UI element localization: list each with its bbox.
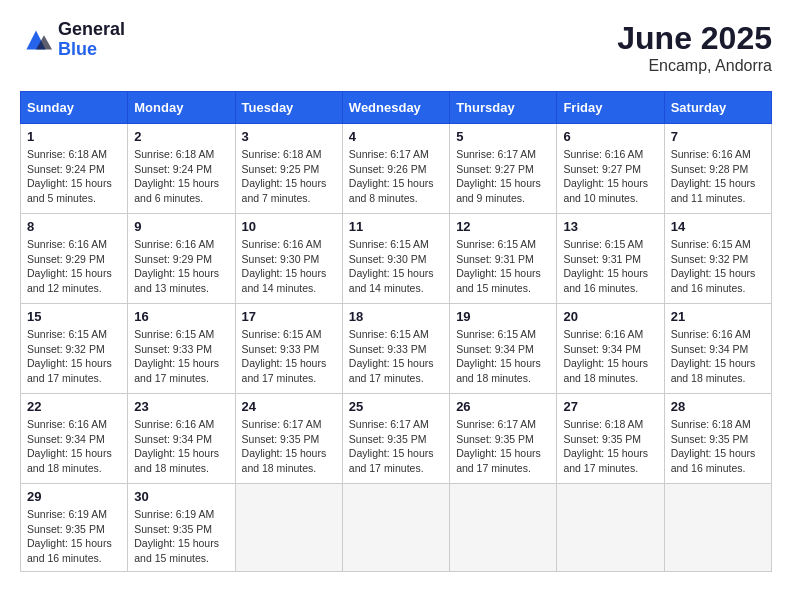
day-info: Sunrise: 6:19 AM Sunset: 9:35 PM Dayligh… <box>27 507 121 566</box>
table-row: 28 Sunrise: 6:18 AM Sunset: 9:35 PM Dayl… <box>664 394 771 484</box>
table-row: 26 Sunrise: 6:17 AM Sunset: 9:35 PM Dayl… <box>450 394 557 484</box>
day-number: 26 <box>456 399 550 414</box>
day-number: 1 <box>27 129 121 144</box>
day-number: 22 <box>27 399 121 414</box>
table-row: 9 Sunrise: 6:16 AM Sunset: 9:29 PM Dayli… <box>128 214 235 304</box>
day-info: Sunrise: 6:15 AM Sunset: 9:32 PM Dayligh… <box>27 327 121 386</box>
header-saturday: Saturday <box>664 92 771 124</box>
table-row: 16 Sunrise: 6:15 AM Sunset: 9:33 PM Dayl… <box>128 304 235 394</box>
table-row <box>235 484 342 572</box>
table-row: 7 Sunrise: 6:16 AM Sunset: 9:28 PM Dayli… <box>664 124 771 214</box>
day-info: Sunrise: 6:15 AM Sunset: 9:30 PM Dayligh… <box>349 237 443 296</box>
day-info: Sunrise: 6:19 AM Sunset: 9:35 PM Dayligh… <box>134 507 228 566</box>
table-row: 22 Sunrise: 6:16 AM Sunset: 9:34 PM Dayl… <box>21 394 128 484</box>
day-info: Sunrise: 6:18 AM Sunset: 9:35 PM Dayligh… <box>563 417 657 476</box>
day-number: 13 <box>563 219 657 234</box>
weekday-header-row: Sunday Monday Tuesday Wednesday Thursday… <box>21 92 772 124</box>
header-friday: Friday <box>557 92 664 124</box>
day-info: Sunrise: 6:15 AM Sunset: 9:33 PM Dayligh… <box>349 327 443 386</box>
month-title: June 2025 <box>617 20 772 57</box>
day-number: 25 <box>349 399 443 414</box>
title-block: June 2025 Encamp, Andorra <box>617 20 772 75</box>
day-info: Sunrise: 6:17 AM Sunset: 9:35 PM Dayligh… <box>349 417 443 476</box>
table-row: 2 Sunrise: 6:18 AM Sunset: 9:24 PM Dayli… <box>128 124 235 214</box>
table-row: 27 Sunrise: 6:18 AM Sunset: 9:35 PM Dayl… <box>557 394 664 484</box>
table-row: 20 Sunrise: 6:16 AM Sunset: 9:34 PM Dayl… <box>557 304 664 394</box>
day-number: 2 <box>134 129 228 144</box>
day-info: Sunrise: 6:18 AM Sunset: 9:24 PM Dayligh… <box>134 147 228 206</box>
day-info: Sunrise: 6:18 AM Sunset: 9:35 PM Dayligh… <box>671 417 765 476</box>
day-info: Sunrise: 6:15 AM Sunset: 9:33 PM Dayligh… <box>242 327 336 386</box>
day-number: 21 <box>671 309 765 324</box>
day-info: Sunrise: 6:17 AM Sunset: 9:26 PM Dayligh… <box>349 147 443 206</box>
table-row <box>450 484 557 572</box>
day-number: 11 <box>349 219 443 234</box>
table-row: 10 Sunrise: 6:16 AM Sunset: 9:30 PM Dayl… <box>235 214 342 304</box>
header-wednesday: Wednesday <box>342 92 449 124</box>
table-row: 3 Sunrise: 6:18 AM Sunset: 9:25 PM Dayli… <box>235 124 342 214</box>
day-number: 24 <box>242 399 336 414</box>
logo: General Blue <box>20 20 125 60</box>
logo-text: General Blue <box>58 20 125 60</box>
day-number: 20 <box>563 309 657 324</box>
table-row: 15 Sunrise: 6:15 AM Sunset: 9:32 PM Dayl… <box>21 304 128 394</box>
table-row: 30 Sunrise: 6:19 AM Sunset: 9:35 PM Dayl… <box>128 484 235 572</box>
day-number: 15 <box>27 309 121 324</box>
header-sunday: Sunday <box>21 92 128 124</box>
day-number: 9 <box>134 219 228 234</box>
table-row: 4 Sunrise: 6:17 AM Sunset: 9:26 PM Dayli… <box>342 124 449 214</box>
table-row <box>557 484 664 572</box>
day-info: Sunrise: 6:17 AM Sunset: 9:35 PM Dayligh… <box>242 417 336 476</box>
header-tuesday: Tuesday <box>235 92 342 124</box>
day-number: 29 <box>27 489 121 504</box>
table-row: 25 Sunrise: 6:17 AM Sunset: 9:35 PM Dayl… <box>342 394 449 484</box>
day-number: 18 <box>349 309 443 324</box>
day-info: Sunrise: 6:16 AM Sunset: 9:30 PM Dayligh… <box>242 237 336 296</box>
day-info: Sunrise: 6:15 AM Sunset: 9:32 PM Dayligh… <box>671 237 765 296</box>
day-number: 23 <box>134 399 228 414</box>
day-number: 14 <box>671 219 765 234</box>
day-info: Sunrise: 6:16 AM Sunset: 9:34 PM Dayligh… <box>134 417 228 476</box>
day-number: 3 <box>242 129 336 144</box>
day-number: 7 <box>671 129 765 144</box>
table-row: 21 Sunrise: 6:16 AM Sunset: 9:34 PM Dayl… <box>664 304 771 394</box>
day-info: Sunrise: 6:16 AM Sunset: 9:28 PM Dayligh… <box>671 147 765 206</box>
day-number: 6 <box>563 129 657 144</box>
table-row: 13 Sunrise: 6:15 AM Sunset: 9:31 PM Dayl… <box>557 214 664 304</box>
table-row: 11 Sunrise: 6:15 AM Sunset: 9:30 PM Dayl… <box>342 214 449 304</box>
page-header: General Blue June 2025 Encamp, Andorra <box>20 20 772 75</box>
day-info: Sunrise: 6:16 AM Sunset: 9:29 PM Dayligh… <box>27 237 121 296</box>
day-info: Sunrise: 6:15 AM Sunset: 9:33 PM Dayligh… <box>134 327 228 386</box>
day-info: Sunrise: 6:16 AM Sunset: 9:34 PM Dayligh… <box>563 327 657 386</box>
table-row <box>342 484 449 572</box>
day-number: 28 <box>671 399 765 414</box>
day-info: Sunrise: 6:18 AM Sunset: 9:25 PM Dayligh… <box>242 147 336 206</box>
table-row: 1 Sunrise: 6:18 AM Sunset: 9:24 PM Dayli… <box>21 124 128 214</box>
day-number: 5 <box>456 129 550 144</box>
header-thursday: Thursday <box>450 92 557 124</box>
logo-icon <box>20 24 52 56</box>
table-row: 23 Sunrise: 6:16 AM Sunset: 9:34 PM Dayl… <box>128 394 235 484</box>
table-row: 12 Sunrise: 6:15 AM Sunset: 9:31 PM Dayl… <box>450 214 557 304</box>
day-info: Sunrise: 6:17 AM Sunset: 9:35 PM Dayligh… <box>456 417 550 476</box>
day-number: 10 <box>242 219 336 234</box>
day-number: 19 <box>456 309 550 324</box>
day-number: 17 <box>242 309 336 324</box>
day-info: Sunrise: 6:16 AM Sunset: 9:27 PM Dayligh… <box>563 147 657 206</box>
day-info: Sunrise: 6:16 AM Sunset: 9:34 PM Dayligh… <box>671 327 765 386</box>
table-row: 17 Sunrise: 6:15 AM Sunset: 9:33 PM Dayl… <box>235 304 342 394</box>
logo-blue: Blue <box>58 40 125 60</box>
day-number: 4 <box>349 129 443 144</box>
table-row: 14 Sunrise: 6:15 AM Sunset: 9:32 PM Dayl… <box>664 214 771 304</box>
day-number: 8 <box>27 219 121 234</box>
table-row: 8 Sunrise: 6:16 AM Sunset: 9:29 PM Dayli… <box>21 214 128 304</box>
day-number: 27 <box>563 399 657 414</box>
day-info: Sunrise: 6:17 AM Sunset: 9:27 PM Dayligh… <box>456 147 550 206</box>
day-info: Sunrise: 6:16 AM Sunset: 9:34 PM Dayligh… <box>27 417 121 476</box>
day-number: 12 <box>456 219 550 234</box>
header-monday: Monday <box>128 92 235 124</box>
table-row: 24 Sunrise: 6:17 AM Sunset: 9:35 PM Dayl… <box>235 394 342 484</box>
logo-general: General <box>58 20 125 40</box>
calendar-table: Sunday Monday Tuesday Wednesday Thursday… <box>20 91 772 572</box>
table-row <box>664 484 771 572</box>
